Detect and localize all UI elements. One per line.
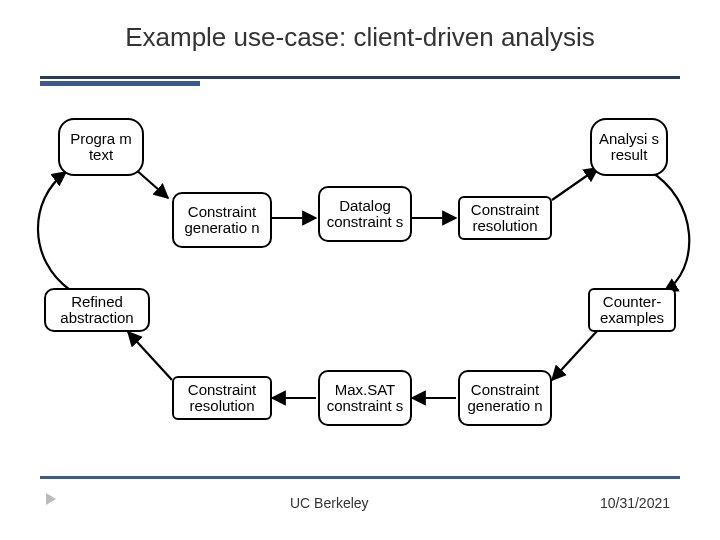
node-constraint-generation-bot: Constraint generatio n — [458, 370, 552, 426]
node-program-text: Progra m text — [58, 118, 144, 176]
node-constraint-generation-top: Constraint generatio n — [172, 192, 272, 248]
arrows-layer — [0, 0, 720, 540]
node-datalog-constraints: Datalog constraint s — [318, 186, 412, 242]
node-constraint-resolution-top: Constraint resolution — [458, 196, 552, 240]
svg-line-3 — [552, 168, 598, 200]
node-refined-abstraction: Refined abstraction — [44, 288, 150, 332]
node-maxsat-constraints: Max.SAT constraint s — [318, 370, 412, 426]
svg-line-7 — [128, 332, 172, 380]
node-counter-examples: Counter- examples — [588, 288, 676, 332]
svg-line-0 — [134, 168, 168, 198]
svg-line-4 — [552, 330, 598, 380]
node-constraint-resolution-bot: Constraint resolution — [172, 376, 272, 420]
footer-date: 10/31/2021 — [600, 495, 670, 511]
node-analysis-result: Analysi s result — [590, 118, 668, 176]
diagram-canvas: Progra m text Constraint generatio n Dat… — [0, 0, 720, 540]
footer-org: UC Berkeley — [290, 495, 369, 511]
